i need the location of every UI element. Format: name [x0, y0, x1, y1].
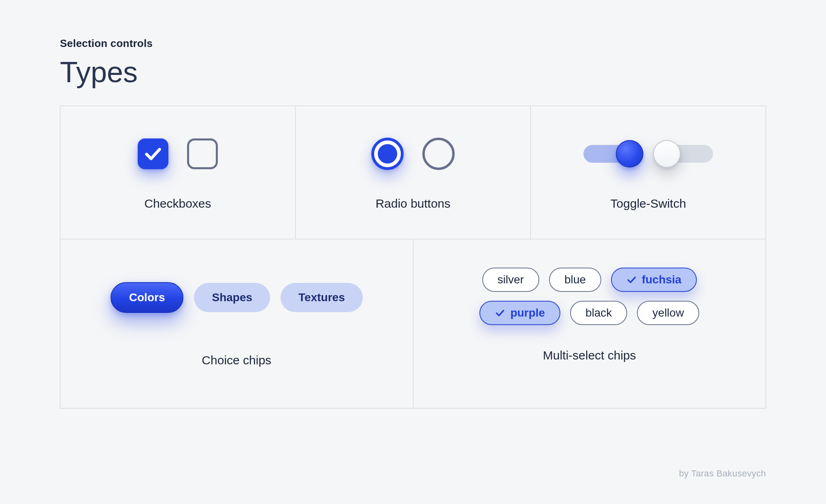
- checkbox-unchecked[interactable]: [187, 138, 218, 169]
- multi-chip-blue[interactable]: blue: [549, 268, 601, 292]
- multi-chip-silver[interactable]: silver: [482, 268, 539, 292]
- grid-row-1: Checkboxes Radio buttons: [60, 106, 766, 239]
- multi-chip-yellow[interactable]: yellow: [637, 301, 699, 325]
- page-title: Types: [60, 57, 766, 88]
- toggle-knob-off: [653, 140, 681, 168]
- multi-chips-row-2: purple black yellow: [479, 301, 699, 325]
- choice-chip-label: Shapes: [212, 292, 252, 303]
- types-grid: Checkboxes Radio buttons: [60, 106, 766, 408]
- multi-chip-label: purple: [510, 307, 545, 319]
- page-eyebrow: Selection controls: [60, 37, 766, 50]
- check-icon: [143, 144, 163, 164]
- image-credit: by Taras Bakusevych: [679, 468, 766, 479]
- panel-toggles: Toggle-Switch: [531, 106, 766, 239]
- panel-label-toggles: Toggle-Switch: [611, 197, 686, 211]
- radio-examples: [371, 130, 455, 178]
- choice-chip-selected[interactable]: Colors: [111, 282, 184, 313]
- choice-chip-label: Textures: [298, 292, 345, 303]
- panel-label-choice: Choice chips: [202, 353, 271, 367]
- check-icon: [626, 274, 637, 285]
- panel-choice-chips: Colors Shapes Textures Choice chips: [60, 239, 413, 408]
- multi-chip-label: blue: [564, 274, 586, 285]
- radio-off[interactable]: [422, 138, 455, 170]
- panel-multi-chips: silver blue fuchsia: [413, 239, 766, 408]
- multi-chip-label: black: [585, 307, 612, 319]
- multi-chips: silver blue fuchsia: [479, 268, 699, 325]
- choice-chips: Colors Shapes Textures: [111, 273, 363, 322]
- multi-chips-row-1: silver blue fuchsia: [482, 268, 697, 292]
- toggle-examples: [583, 130, 713, 178]
- check-icon: [495, 308, 505, 318]
- checkbox-examples: [138, 130, 218, 178]
- radio-dot-icon: [378, 144, 397, 164]
- panel-checkboxes: Checkboxes: [60, 106, 296, 239]
- panel-label-multi: Multi-select chips: [543, 349, 636, 362]
- multi-chip-black[interactable]: black: [570, 301, 627, 325]
- toggle-off[interactable]: [656, 145, 713, 163]
- toggle-on[interactable]: [583, 145, 641, 163]
- grid-row-2: Colors Shapes Textures Choice chips: [60, 239, 766, 408]
- panel-radios: Radio buttons: [296, 106, 531, 239]
- choice-chip-label: Colors: [129, 292, 165, 303]
- checkbox-checked[interactable]: [138, 138, 168, 169]
- multi-chip-label: fuchsia: [642, 274, 681, 285]
- panel-label-checkboxes: Checkboxes: [144, 197, 211, 211]
- multi-chip-label: silver: [498, 274, 524, 285]
- choice-chip-1[interactable]: Shapes: [194, 283, 270, 312]
- multi-chip-purple[interactable]: purple: [479, 301, 560, 325]
- page: Selection controls Types Checkboxes: [0, 0, 826, 504]
- toggle-knob-on: [616, 140, 643, 168]
- multi-chip-label: yellow: [652, 307, 684, 319]
- choice-chip-2[interactable]: Textures: [281, 283, 363, 312]
- radio-on[interactable]: [371, 138, 404, 170]
- multi-chip-fuchsia[interactable]: fuchsia: [611, 268, 697, 292]
- panel-label-radios: Radio buttons: [375, 197, 450, 211]
